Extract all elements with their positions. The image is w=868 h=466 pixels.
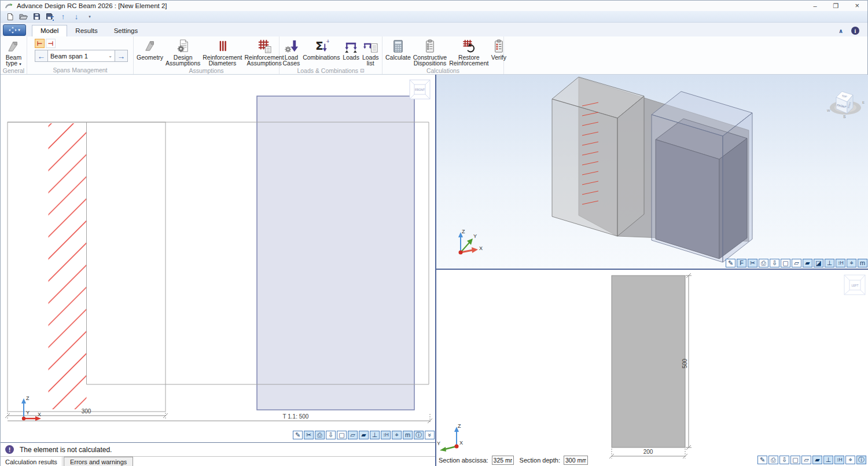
tab-model[interactable]: Model [32,25,67,36]
section-abscissa-input[interactable] [492,456,514,465]
loads-button[interactable]: Loads [341,38,361,67]
main-area: 300 T 1.1: 500 Z [1,75,868,466]
iso-3d-viewport[interactable]: Z Y X TOP FRONT RIGHT S W E [436,75,868,269]
iso-viewcube[interactable]: TOP FRONT RIGHT S W E [827,91,865,119]
save-button[interactable] [32,12,41,21]
open-button[interactable] [19,12,28,21]
front-elevation-viewport[interactable]: 300 T 1.1: 500 Z [1,75,435,442]
print-button[interactable]: ⎙ [759,259,768,267]
edit-button[interactable]: ✎ [757,456,767,464]
reinforcement-assumptions-button[interactable]: Reinforcement Assumptions [244,38,285,67]
move-up-button[interactable]: ↑ [58,12,68,21]
axes-button[interactable]: ⊥ [370,431,380,439]
info-button[interactable]: ⓘ [414,431,424,439]
expand-button[interactable]: » [425,431,435,439]
tab-results[interactable]: Results [67,25,105,36]
section-viewport[interactable]: 500 200 LEFT [436,270,868,466]
fit-height-button[interactable]: ↕H [834,456,844,464]
front-viewcube[interactable]: FRONT [410,80,430,99]
cut-button[interactable]: ✂ [304,431,314,439]
combinations-button[interactable]: Σ + Combinations [301,38,341,67]
fit-height-icon: ↕H [383,431,388,439]
span-end-toggle[interactable]: ⊣ [46,39,56,48]
geometry-label: Geometry [137,54,163,60]
beam-type-button[interactable]: Beam type ▾ [2,38,25,67]
axes-button[interactable]: ⊥ [823,456,833,464]
load-cases-button[interactable]: Load Cases [281,38,301,67]
loads-list-button[interactable]: Loads list [361,38,380,67]
export-button[interactable]: ⇩ [770,259,779,267]
zoom-window-button[interactable]: ⌖ [845,456,855,464]
measure-button[interactable]: m [403,431,413,439]
qat-more-button[interactable]: ▾ [85,12,94,21]
zoom-extents-button[interactable]: ▢ [337,431,347,439]
front-view-button[interactable]: F [737,259,746,267]
beam-type-icon [6,38,21,54]
previous-span-button[interactable]: ← [35,50,47,61]
solid-button[interactable]: ▰ [359,431,369,439]
print-button[interactable]: ⎙ [315,431,325,439]
measure-button[interactable]: m [858,259,867,267]
restore-reinforcement-button[interactable]: Restore Reinforcement [448,38,490,67]
print-button[interactable]: ⎙ [768,456,778,464]
wireframe-button[interactable]: ▱ [792,259,801,267]
zoom-extents-icon: ▢ [792,456,798,464]
zoom-extents-button[interactable]: ▢ [790,456,800,464]
move-down-button[interactable]: ↓ [72,12,81,21]
save-as-button[interactable] [45,12,54,21]
tab-calculation-results[interactable]: Calculation results [1,457,62,466]
loads-icon [343,38,359,54]
design-assumptions-button[interactable]: Design Assumptions [164,38,201,67]
constructive-dispositions-button[interactable]: Constructive Dispositions [412,38,448,67]
fit-height-button[interactable]: ↕H [836,259,845,267]
section-depth-input[interactable] [564,456,588,465]
tab-errors-and-warnings[interactable]: Errors and warnings [64,457,133,466]
app-menu-icon [9,27,17,34]
info-button[interactable]: ⓘ [856,456,866,464]
app-menu-button[interactable]: ▾ [3,24,26,36]
fit-height-button[interactable]: ↕H [381,431,391,439]
solid-button[interactable]: ▰ [803,259,812,267]
info-button[interactable]: i [851,27,859,35]
close-button[interactable]: × [855,2,859,10]
span-start-toggle[interactable]: ⊢ [35,39,45,48]
dropdown-caret-icon: ⌄ [108,53,112,58]
export-button[interactable]: ⇩ [326,431,336,439]
next-span-button[interactable]: → [115,50,127,61]
calculate-button[interactable]: Calculate [384,38,412,67]
zoom-window-icon: ⌖ [848,456,852,464]
wireframe-button[interactable]: ▱ [801,456,811,464]
application-window: Advance Design RC Beam 2026 : [New Eleme… [0,0,868,466]
shaded-button[interactable]: ◪ [814,259,823,267]
solid-icon: ▰ [815,456,819,464]
reinforcement-diameters-button[interactable]: Reinforcement Diameters [201,38,243,67]
ribbon-group-spans: ⊢ ⊣ ← Beam span 1 ⌄ → Spans Management [27,36,134,74]
axes-button[interactable]: ⊥ [825,259,834,267]
zoom-extents-button[interactable]: ▢ [781,259,790,267]
cut-button[interactable]: ✂ [748,259,757,267]
new-document-button[interactable] [5,12,14,21]
section-viewcube[interactable]: LEFT [844,275,865,295]
restore-button[interactable]: ❐ [833,2,839,10]
zoom-window-icon: ⌖ [395,431,398,439]
dialog-launcher-icon[interactable]: ⊡ [360,68,365,74]
combinations-label: Combinations [303,54,340,60]
front-elevation-canvas: 300 T 1.1: 500 Z [1,75,435,442]
edit-button[interactable]: ✎ [293,431,303,439]
app-menu-caret-icon: ▾ [18,28,20,32]
section-cut-marker[interactable] [257,96,414,410]
geometry-button[interactable]: Geometry [135,38,164,67]
tab-settings[interactable]: Settings [106,25,146,36]
minimize-button[interactable]: – [813,2,816,10]
solid-button[interactable]: ▰ [812,456,822,464]
zoom-window-button[interactable]: ⌖ [847,259,856,267]
ribbon: Beam type ▾ General ⊢ ⊣ ← Beam span 1 ⌄ [1,36,867,75]
export-button[interactable]: ⇩ [779,456,789,464]
load-cases-label: Load Cases [282,54,300,66]
reinforcement-diameters-label: Reinforcement Diameters [203,54,242,66]
collapse-ribbon-button[interactable]: ∧ [838,28,843,34]
beam-span-dropdown[interactable]: Beam span 1 ⌄ [47,50,115,61]
edit-button[interactable]: ✎ [726,259,735,267]
zoom-window-button[interactable]: ⌖ [392,431,402,439]
wireframe-button[interactable]: ▱ [348,431,358,439]
